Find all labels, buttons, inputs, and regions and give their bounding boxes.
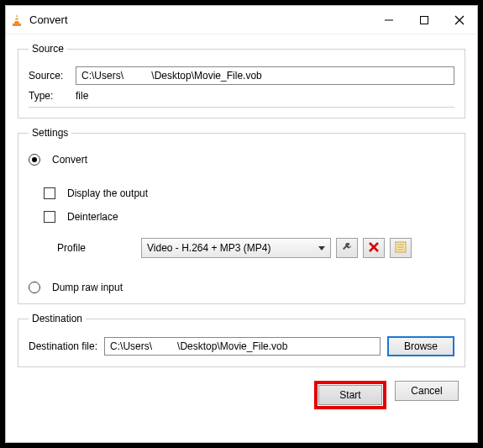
source-group: Source Source: Type: file <box>18 43 465 119</box>
new-profile-icon <box>395 241 407 256</box>
display-output-checkbox[interactable] <box>44 187 55 199</box>
dump-raw-radio[interactable] <box>29 282 40 293</box>
svg-rect-5 <box>421 16 428 24</box>
start-button[interactable]: Start <box>318 385 382 405</box>
deinterlace-label: Deinterlace <box>67 211 118 223</box>
app-icon <box>6 6 28 34</box>
svg-marker-8 <box>318 246 325 250</box>
profile-select[interactable]: Video - H.264 + MP3 (MP4) <box>141 238 331 258</box>
deinterlace-checkbox[interactable] <box>44 211 55 223</box>
svg-rect-1 <box>15 17 18 18</box>
delete-x-icon <box>369 242 379 255</box>
vlc-cone-icon <box>11 13 23 27</box>
wrench-icon <box>341 241 353 256</box>
minimize-button[interactable] <box>371 6 407 34</box>
dump-raw-row[interactable]: Dump raw input <box>29 282 454 293</box>
delete-profile-button[interactable] <box>363 238 385 258</box>
window-title: Convert <box>28 13 371 26</box>
display-output-label: Display the output <box>67 187 148 199</box>
destination-file-input[interactable] <box>104 337 381 356</box>
settings-legend: Settings <box>29 127 71 139</box>
browse-button[interactable]: Browse <box>387 336 454 356</box>
dialog-body: Source Source: Type: file Settings Conve… <box>6 34 477 442</box>
svg-rect-3 <box>13 24 21 26</box>
profile-selected: Video - H.264 + MP3 (MP4) <box>147 242 271 254</box>
source-input[interactable] <box>76 66 454 85</box>
cancel-label: Cancel <box>411 385 442 397</box>
source-label: Source: <box>29 70 69 82</box>
dialog-footer: Start Cancel <box>18 381 465 409</box>
type-label: Type: <box>29 90 69 102</box>
svg-line-7 <box>455 16 464 24</box>
svg-line-6 <box>455 16 464 24</box>
destination-group: Destination Destination file: Browse <box>18 313 465 367</box>
type-value: file <box>76 90 88 102</box>
display-output-row[interactable]: Display the output <box>44 187 454 199</box>
destination-legend: Destination <box>29 313 86 324</box>
dump-raw-label: Dump raw input <box>52 282 123 293</box>
convert-dialog: Convert Source Source: Type: file <box>5 5 478 443</box>
cancel-button[interactable]: Cancel <box>395 381 459 401</box>
svg-rect-2 <box>14 19 18 21</box>
browse-label: Browse <box>404 340 438 352</box>
chevron-down-icon <box>318 242 325 254</box>
start-label: Start <box>339 389 360 401</box>
destination-file-label: Destination file: <box>29 340 97 352</box>
source-legend: Source <box>29 43 67 55</box>
window-buttons <box>371 6 477 34</box>
close-icon <box>454 15 465 25</box>
convert-radio[interactable] <box>29 154 40 166</box>
close-button[interactable] <box>442 6 477 34</box>
deinterlace-row[interactable]: Deinterlace <box>44 211 454 223</box>
convert-radio-row[interactable]: Convert <box>29 154 454 166</box>
titlebar: Convert <box>6 6 477 34</box>
svg-marker-0 <box>14 14 19 24</box>
convert-radio-label: Convert <box>52 154 87 166</box>
edit-profile-button[interactable] <box>336 238 358 258</box>
settings-group: Settings Convert Display the output Dein… <box>18 127 465 304</box>
new-profile-button[interactable] <box>390 238 412 258</box>
profile-label: Profile <box>57 242 136 254</box>
maximize-icon <box>419 15 429 25</box>
start-highlight: Start <box>314 381 386 409</box>
maximize-button[interactable] <box>407 6 442 34</box>
minimize-icon <box>384 15 394 25</box>
